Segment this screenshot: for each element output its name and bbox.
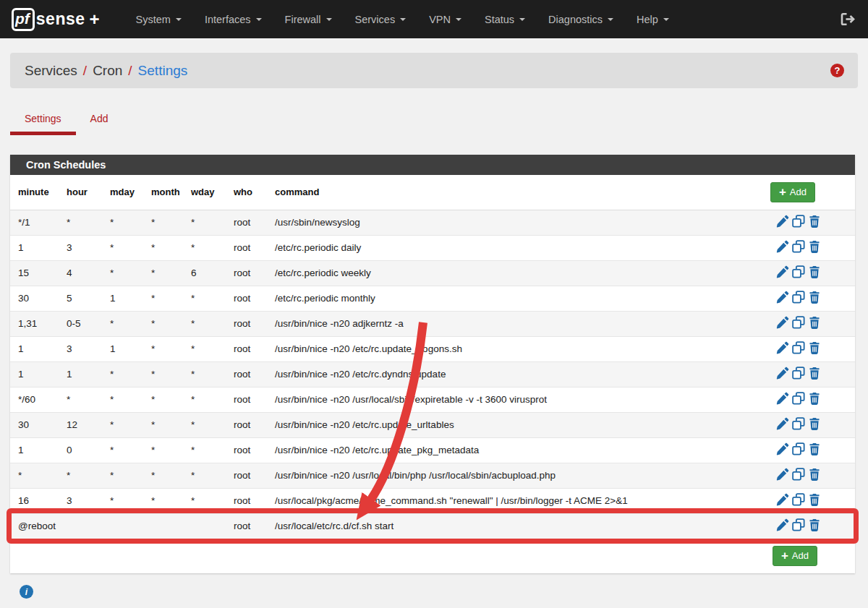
delete-button[interactable] xyxy=(808,215,821,228)
nav-item-interfaces[interactable]: Interfaces xyxy=(193,0,273,38)
nav-item-status[interactable]: Status xyxy=(473,0,537,38)
copy-button[interactable] xyxy=(792,341,805,354)
chevron-down-icon xyxy=(326,18,332,21)
copy-button[interactable] xyxy=(792,518,805,531)
clone-icon xyxy=(792,291,805,304)
add-button-top[interactable]: +Add xyxy=(770,182,815,202)
breadcrumb-services[interactable]: Services xyxy=(25,63,77,79)
nav-item-firewall[interactable]: Firewall xyxy=(273,0,344,38)
nav-item-label: Status xyxy=(485,14,514,25)
edit-button[interactable] xyxy=(776,442,789,455)
cell-minute: 15 xyxy=(10,260,59,286)
clone-icon xyxy=(792,442,805,455)
cell-command: /usr/bin/nice -n20 /etc/rc.update_pkg_me… xyxy=(267,437,746,463)
pencil-icon xyxy=(776,265,789,278)
plus-icon: + xyxy=(779,187,786,197)
delete-button[interactable] xyxy=(808,518,821,531)
cell-minute: 1 xyxy=(10,361,59,387)
add-button-label: Add xyxy=(790,187,807,197)
table-row: 30 5 1 * * root /etc/rc.periodic monthly xyxy=(10,286,855,311)
edit-button[interactable] xyxy=(776,240,789,253)
clone-icon xyxy=(792,417,805,430)
question-circle-icon[interactable]: ? xyxy=(830,64,844,77)
breadcrumb-separator: / xyxy=(128,63,132,79)
copy-button[interactable] xyxy=(792,493,805,506)
copy-button[interactable] xyxy=(792,417,805,430)
edit-button[interactable] xyxy=(776,265,789,278)
tab-add[interactable]: Add xyxy=(76,104,123,135)
info-circle-icon[interactable]: i xyxy=(20,585,33,599)
edit-button[interactable] xyxy=(776,215,789,228)
cell-minute: * xyxy=(10,463,59,488)
tab-settings[interactable]: Settings xyxy=(10,104,76,135)
pfsense-logo[interactable]: pf sense + xyxy=(12,8,100,31)
trash-icon xyxy=(808,392,821,405)
delete-button[interactable] xyxy=(808,468,821,481)
delete-button[interactable] xyxy=(808,442,821,455)
edit-button[interactable] xyxy=(776,316,789,329)
pencil-icon xyxy=(776,240,789,253)
edit-button[interactable] xyxy=(776,341,789,354)
chevron-down-icon xyxy=(663,18,669,21)
trash-icon xyxy=(808,518,821,531)
edit-button[interactable] xyxy=(776,392,789,405)
copy-button[interactable] xyxy=(792,215,805,228)
table-row: 1 0 * * * root /usr/bin/nice -n20 /etc/r… xyxy=(10,437,855,463)
cell-command: /usr/sbin/newsyslog xyxy=(267,210,746,235)
pencil-icon xyxy=(776,341,789,354)
copy-button[interactable] xyxy=(792,392,805,405)
nav-item-services[interactable]: Services xyxy=(344,0,418,38)
cell-mday: * xyxy=(102,235,143,260)
trash-icon xyxy=(808,215,821,228)
delete-button[interactable] xyxy=(808,341,821,354)
copy-button[interactable] xyxy=(792,265,805,278)
cell-wday: * xyxy=(183,210,226,235)
copy-button[interactable] xyxy=(792,468,805,481)
cell-wday: * xyxy=(183,387,226,412)
delete-button[interactable] xyxy=(808,392,821,405)
cell-minute: 30 xyxy=(10,286,59,311)
delete-button[interactable] xyxy=(808,240,821,253)
nav-item-diagnostics[interactable]: Diagnostics xyxy=(537,0,625,38)
cell-hour: 4 xyxy=(59,260,102,286)
nav-item-vpn[interactable]: VPN xyxy=(417,0,473,38)
table-row: */60 * * * * root /usr/bin/nice -n20 /us… xyxy=(10,387,855,412)
copy-button[interactable] xyxy=(792,240,805,253)
chevron-down-icon xyxy=(519,18,525,21)
edit-button[interactable] xyxy=(776,291,789,304)
row-actions xyxy=(776,417,821,430)
cell-mday: * xyxy=(102,361,143,387)
delete-button[interactable] xyxy=(808,367,821,380)
copy-button[interactable] xyxy=(792,442,805,455)
row-actions xyxy=(776,367,821,380)
edit-button[interactable] xyxy=(776,367,789,380)
edit-button[interactable] xyxy=(776,468,789,481)
copy-button[interactable] xyxy=(792,367,805,380)
edit-button[interactable] xyxy=(776,493,789,506)
cell-month: * xyxy=(143,463,183,488)
edit-button[interactable] xyxy=(776,518,789,531)
copy-button[interactable] xyxy=(792,291,805,304)
pfsense-logo-plus: + xyxy=(90,9,100,30)
cell-hour: * xyxy=(59,463,102,488)
copy-button[interactable] xyxy=(792,316,805,329)
cell-hour: 3 xyxy=(59,235,102,260)
pencil-icon xyxy=(776,291,789,304)
breadcrumb-cron[interactable]: Cron xyxy=(93,63,122,79)
logout-button[interactable] xyxy=(840,12,856,27)
trash-icon xyxy=(808,265,821,278)
delete-button[interactable] xyxy=(808,316,821,329)
delete-button[interactable] xyxy=(808,493,821,506)
delete-button[interactable] xyxy=(808,417,821,430)
delete-button[interactable] xyxy=(808,291,821,304)
row-actions xyxy=(776,442,821,455)
breadcrumb-settings[interactable]: Settings xyxy=(138,63,188,79)
cell-wday: * xyxy=(183,463,226,488)
cell-month: * xyxy=(143,311,183,336)
nav-item-system[interactable]: System xyxy=(124,0,193,38)
edit-button[interactable] xyxy=(776,417,789,430)
add-button-bottom[interactable]: +Add xyxy=(773,546,817,566)
nav-item-help[interactable]: Help xyxy=(625,0,681,38)
delete-button[interactable] xyxy=(808,265,821,278)
col-header-mday: mday xyxy=(102,175,143,210)
